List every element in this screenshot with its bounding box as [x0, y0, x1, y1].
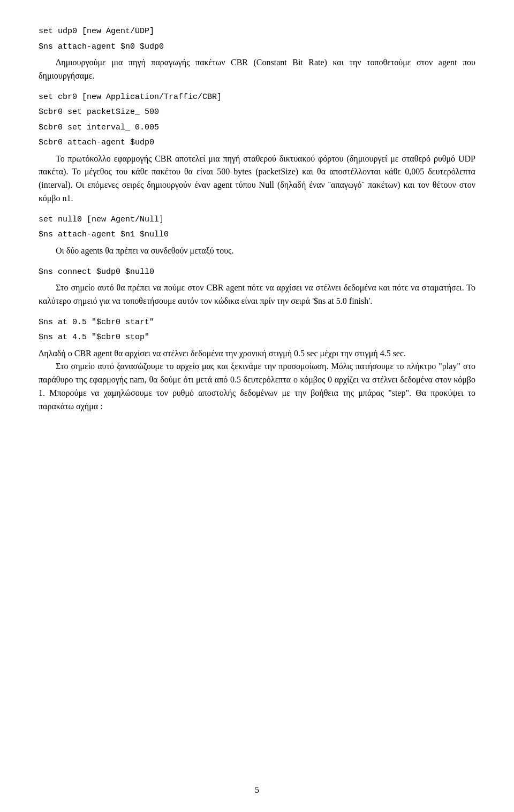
paragraph: Στο σημείο αυτό θα πρέπει να πούμε στον …	[39, 281, 475, 308]
paragraph-part1: Δηλαδή ο CBR agent θα αρχίσει να στέλνει…	[39, 347, 475, 361]
code-line: set cbr0 [new Application/Traffic/CBR]	[39, 91, 475, 104]
code-section-1: set udp0 [new Agent/UDP] $ns attach-agen…	[39, 26, 475, 53]
paragraph: Οι δύο agents θα πρέπει να συνδεθούν μετ…	[39, 244, 475, 258]
code-line: $cbr0 set packetSize_ 500	[39, 106, 475, 119]
code-section-2: set cbr0 [new Application/Traffic/CBR] $…	[39, 91, 475, 149]
code-section-4: $ns connect $udp0 $null0	[39, 266, 475, 279]
code-line: $ns attach-agent $n0 $udp0	[39, 41, 475, 53]
paragraph: Το πρωτόκολλο εφαρμογής CBR αποτελεί μια…	[39, 152, 475, 205]
code-line: $ns at 4.5 "$cbr0 stop"	[39, 332, 475, 344]
text-section-1: Δημιουργούμε μια πηγή παραγωγής πακέτων …	[39, 56, 475, 83]
code-line: $ns attach-agent $n1 $null0	[39, 229, 475, 241]
text-section-5: Δηλαδή ο CBR agent θα αρχίσει να στέλνει…	[39, 347, 475, 413]
code-line: $cbr0 attach-agent $udp0	[39, 137, 475, 149]
paragraph-part2: Στο σημείο αυτό ξανασώζουμε το αρχείο μα…	[39, 360, 475, 413]
paragraph: Δημιουργούμε μια πηγή παραγωγής πακέτων …	[39, 56, 475, 83]
text-section-3: Οι δύο agents θα πρέπει να συνδεθούν μετ…	[39, 244, 475, 258]
code-section-5: $ns at 0.5 "$cbr0 start" $ns at 4.5 "$cb…	[39, 317, 475, 344]
code-line: $ns at 0.5 "$cbr0 start"	[39, 317, 475, 329]
page: set udp0 [new Agent/UDP] $ns attach-agen…	[0, 0, 514, 812]
code-line: $cbr0 set interval_ 0.005	[39, 122, 475, 134]
code-line: $ns connect $udp0 $null0	[39, 266, 475, 279]
page-number: 5	[255, 785, 259, 795]
text-section-4: Στο σημείο αυτό θα πρέπει να πούμε στον …	[39, 281, 475, 308]
text-section-2: Το πρωτόκολλο εφαρμογής CBR αποτελεί μια…	[39, 152, 475, 205]
code-line: set null0 [new Agent/Null]	[39, 214, 475, 226]
code-section-3: set null0 [new Agent/Null] $ns attach-ag…	[39, 214, 475, 241]
code-line: set udp0 [new Agent/UDP]	[39, 26, 475, 38]
